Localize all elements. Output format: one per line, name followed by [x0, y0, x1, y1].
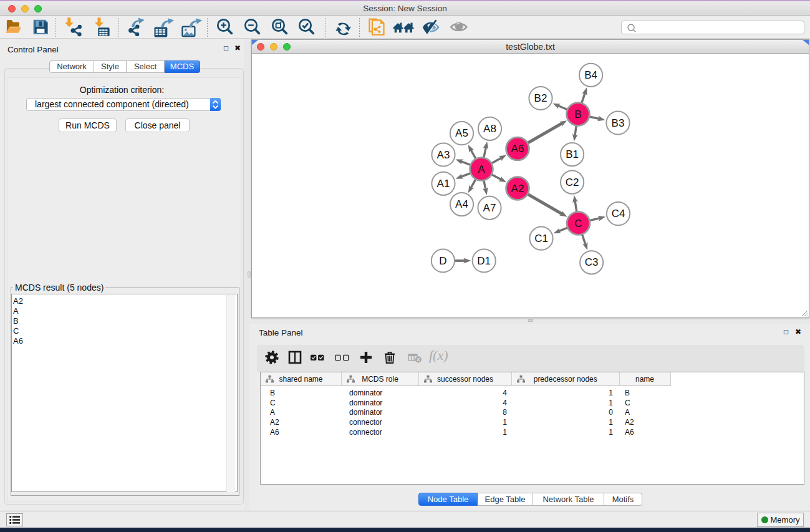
svg-text:C: C	[574, 218, 582, 230]
svg-text:C3: C3	[585, 256, 599, 268]
svg-text:A7: A7	[483, 202, 496, 214]
svg-text:B1: B1	[566, 148, 579, 160]
svg-text:A5: A5	[455, 127, 468, 139]
svg-text:B: B	[574, 109, 581, 120]
svg-text:B2: B2	[534, 92, 547, 104]
svg-text:A: A	[478, 163, 485, 175]
svg-text:A2: A2	[511, 183, 524, 195]
svg-text:C4: C4	[612, 208, 625, 220]
svg-text:A8: A8	[483, 123, 496, 135]
svg-text:D1: D1	[477, 255, 491, 267]
svg-text:B4: B4	[584, 69, 597, 81]
svg-text:A4: A4	[455, 198, 468, 210]
svg-text:C2: C2	[566, 177, 579, 188]
svg-text:A3: A3	[437, 149, 450, 161]
svg-text:A6: A6	[511, 143, 524, 155]
svg-text:B3: B3	[612, 117, 625, 129]
svg-text:D: D	[439, 255, 446, 267]
svg-text:A1: A1	[437, 178, 450, 190]
svg-text:C1: C1	[534, 233, 548, 244]
